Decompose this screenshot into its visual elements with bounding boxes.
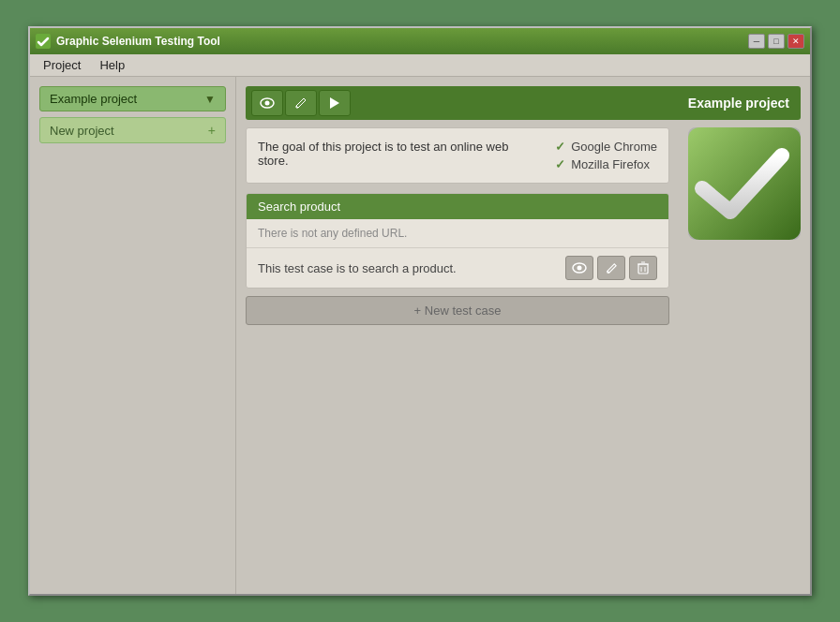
test-case-description: This test case is to search a product. xyxy=(258,261,565,275)
sidebar: Example project ▼ New project + xyxy=(30,77,236,594)
play-icon xyxy=(329,96,340,110)
header-buttons xyxy=(246,87,356,119)
left-content: The goal of this project is to test an o… xyxy=(246,127,669,325)
sidebar-item-new-project[interactable]: New project + xyxy=(39,117,226,143)
test-delete-button[interactable] xyxy=(629,256,657,280)
new-test-case-button[interactable]: + New test case xyxy=(246,296,669,325)
main-content: Example project ▼ New project + xyxy=(30,77,810,594)
description-box: The goal of this project is to test an o… xyxy=(246,127,669,184)
menu-project[interactable]: Project xyxy=(34,56,90,74)
check-icon-firefox: ✓ xyxy=(555,157,565,171)
edit-icon xyxy=(294,96,308,110)
svg-point-2 xyxy=(265,101,270,106)
edit-button[interactable] xyxy=(285,90,317,116)
logo-thumbnail xyxy=(688,127,801,240)
window-title: Graphic Selenium Testing Tool xyxy=(56,35,748,48)
test-case-header: Search product xyxy=(247,194,668,219)
trash-icon xyxy=(638,261,649,274)
title-bar: Graphic Selenium Testing Tool ─ □ ✕ xyxy=(30,28,810,54)
app-logo xyxy=(688,127,801,240)
browser-list: ✓ Google Chrome ✓ Mozilla Firefox xyxy=(555,140,657,171)
menu-bar: Project Help xyxy=(30,54,810,77)
firefox-label: Mozilla Firefox xyxy=(571,157,650,171)
sidebar-new-project-label: New project xyxy=(50,124,114,138)
description-text: The goal of this project is to test an o… xyxy=(258,140,536,168)
menu-help[interactable]: Help xyxy=(90,56,134,74)
plus-icon: + xyxy=(208,123,216,138)
test-eye-icon xyxy=(572,262,587,274)
test-case-name: Search product xyxy=(258,200,340,214)
eye-icon xyxy=(260,97,275,109)
right-panel: Example project The goal of this project… xyxy=(236,77,810,594)
main-window: Graphic Selenium Testing Tool ─ □ ✕ Proj… xyxy=(28,26,812,596)
window-controls: ─ □ ✕ xyxy=(748,34,804,49)
browser-firefox: ✓ Mozilla Firefox xyxy=(555,157,657,171)
test-case-url: There is not any defined URL. xyxy=(247,219,668,248)
test-edit-icon xyxy=(606,262,618,274)
sidebar-project-label: Example project xyxy=(50,92,137,106)
project-title: Example project xyxy=(356,96,801,111)
browser-chrome: ✓ Google Chrome xyxy=(555,140,657,154)
project-header: Example project xyxy=(246,86,801,120)
run-button[interactable] xyxy=(319,90,351,116)
test-case-actions xyxy=(565,256,657,280)
svg-marker-5 xyxy=(330,97,339,109)
app-icon xyxy=(36,34,51,49)
test-case-section: Search product There is not any defined … xyxy=(246,193,669,289)
test-edit-button[interactable] xyxy=(597,256,625,280)
new-test-case-label: + New test case xyxy=(414,304,502,318)
view-button[interactable] xyxy=(251,90,283,116)
minimize-button[interactable]: ─ xyxy=(748,34,765,49)
sidebar-item-example-project[interactable]: Example project ▼ xyxy=(39,86,226,111)
content-area: The goal of this project is to test an o… xyxy=(246,127,801,325)
svg-point-7 xyxy=(578,266,582,271)
test-view-button[interactable] xyxy=(565,256,593,280)
chevron-down-icon: ▼ xyxy=(204,93,216,106)
chrome-label: Google Chrome xyxy=(571,140,657,154)
test-case-row: This test case is to search a product. xyxy=(247,248,668,288)
svg-rect-10 xyxy=(638,264,648,274)
close-button[interactable]: ✕ xyxy=(788,34,804,49)
check-icon-chrome: ✓ xyxy=(555,140,565,154)
maximize-button[interactable]: □ xyxy=(768,34,785,49)
